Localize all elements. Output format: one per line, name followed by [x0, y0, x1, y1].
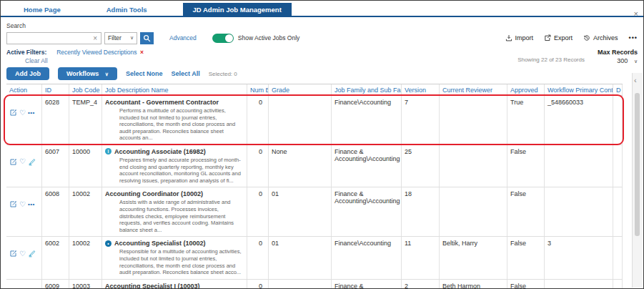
job-description: Performs a multitude of accounting activ…: [119, 107, 244, 142]
close-icon[interactable]: ×: [634, 10, 638, 18]
filter-dropdown[interactable]: Filter ∨: [104, 32, 137, 44]
job-family: Finance & Accounting\Accounting: [332, 280, 402, 289]
import-button[interactable]: Import: [505, 34, 534, 41]
num-ees: 0: [247, 237, 269, 278]
tab-admin-tools[interactable]: Admin Tools: [96, 3, 157, 16]
workflow-primary-contact: [545, 187, 613, 236]
table-row[interactable]: ♡ 6002 10002 • Accounting Specialist (10…: [6, 237, 623, 279]
version: 25: [402, 145, 440, 187]
current-reviewer: [440, 145, 507, 187]
table-actions-bar: Add Job Workflows ∨ Select None Select A…: [6, 67, 638, 80]
workflow-primary-contact: 3: [545, 237, 613, 278]
vertical-scrollbar[interactable]: [635, 93, 640, 236]
col-approved[interactable]: Approved: [507, 84, 545, 95]
workflow-pen-icon[interactable]: [28, 250, 36, 258]
filter-chip[interactable]: Recently Viewed Descriptions ×: [56, 49, 144, 56]
job-name[interactable]: i Accounting Associate (16982): [105, 148, 244, 155]
job-name[interactable]: Accountant - Government Contractor: [105, 99, 244, 106]
import-label: Import: [515, 34, 534, 41]
archives-label: Archives: [593, 34, 618, 41]
version: 2: [402, 280, 440, 289]
col-num-ees[interactable]: Num EEs: [247, 84, 269, 95]
max-records-dropdown[interactable]: 300 ∨: [617, 57, 638, 64]
workflow-primary-contact: [545, 280, 613, 289]
chevron-down-icon: ∨: [105, 72, 109, 77]
collapse-panel-chevron-icon[interactable]: ‹: [634, 76, 637, 84]
col-id[interactable]: ID: [42, 84, 69, 95]
num-ees: 0: [247, 187, 269, 236]
table-header: Action ID Job Code Job Description Name …: [6, 84, 623, 96]
grade: [269, 96, 332, 144]
grade: 01: [269, 237, 332, 278]
edit-icon[interactable]: [9, 200, 17, 208]
archives-history-icon: [583, 34, 590, 41]
more-options-icon[interactable]: •••: [629, 34, 638, 41]
search-controls: × Filter ∨ Advanced Show Active Jobs Onl…: [6, 31, 638, 45]
more-actions-icon[interactable]: •••: [28, 109, 35, 116]
job-id: 6002: [42, 237, 69, 278]
col-grade[interactable]: Grade: [269, 84, 332, 95]
edit-icon[interactable]: [9, 158, 17, 166]
approved: False: [507, 187, 545, 236]
tab-home-page[interactable]: Home Page: [14, 3, 71, 16]
favorite-heart-icon[interactable]: ♡: [19, 109, 26, 117]
job-name[interactable]: Accounting Coordinator (10002): [105, 190, 244, 197]
add-job-button[interactable]: Add Job: [6, 67, 49, 80]
advanced-link[interactable]: Advanced: [169, 34, 197, 41]
col-job-description-name[interactable]: Job Description Name: [102, 84, 247, 95]
history-status-icon: •: [105, 240, 112, 247]
filter-chip-label: Recently Viewed Descriptions: [56, 49, 137, 56]
grade: [269, 280, 332, 289]
current-reviewer: Beth Harmon: [440, 280, 507, 289]
more-actions-icon[interactable]: •••: [28, 201, 35, 207]
col-job-code[interactable]: Job Code: [69, 84, 102, 95]
col-workflow-primary-contact[interactable]: Workflow Primary Contact: [545, 84, 613, 95]
version: 7: [402, 96, 440, 144]
job-id: 6007: [42, 145, 69, 187]
job-name[interactable]: • Accounting Specialist (10002): [105, 240, 244, 247]
job-description: Assists with a wide range of administrat…: [119, 199, 244, 233]
col-job-family[interactable]: Job Family and Sub Family: [332, 84, 402, 95]
search-button[interactable]: [140, 32, 154, 44]
edit-icon[interactable]: [9, 109, 17, 117]
edit-icon[interactable]: [9, 250, 17, 258]
job-name[interactable]: Accounting Specialist I (10003): [105, 283, 244, 289]
max-records-label: Max Records: [598, 49, 638, 56]
remove-filter-icon[interactable]: ×: [140, 49, 144, 56]
job-family: Finance & Accounting\Accounting: [332, 187, 402, 236]
num-ees: 0: [247, 145, 269, 187]
clear-search-icon[interactable]: ×: [92, 34, 98, 42]
job-code: 10000: [69, 145, 102, 187]
favorite-heart-icon[interactable]: ♡: [19, 201, 26, 208]
show-active-jobs-toggle[interactable]: [212, 34, 234, 43]
active-filters-row: Active Filters: Recently Viewed Descript…: [6, 49, 638, 64]
job-code: TEMP_4: [69, 96, 102, 144]
job-family: Finance & Accounting\Accounting: [332, 145, 402, 187]
archives-button[interactable]: Archives: [583, 34, 618, 41]
table-row[interactable]: ♡ ••• 6028 TEMP_4 Accountant - Governmen…: [6, 96, 623, 145]
job-description: Prepares timely and accurate processing …: [119, 157, 244, 184]
favorite-heart-icon[interactable]: ♡: [19, 158, 26, 165]
workflows-button[interactable]: Workflows ∨: [58, 67, 117, 80]
clear-all-link[interactable]: Clear All: [25, 57, 144, 64]
col-current-reviewer[interactable]: Current Reviewer: [440, 84, 507, 95]
col-version[interactable]: Version: [402, 84, 440, 95]
tab-jd-admin-job-management[interactable]: JD Admin Job Management: [183, 3, 292, 16]
workflow-primary-contact: _548660033: [545, 96, 613, 144]
col-action[interactable]: Action: [6, 84, 42, 95]
table-row[interactable]: ♡ ••• 6009 10003 Accounting Specialist I…: [6, 280, 623, 289]
select-all-link[interactable]: Select All: [172, 70, 200, 77]
num-ees: 0: [247, 96, 269, 144]
select-none-link[interactable]: Select None: [126, 70, 163, 77]
search-box: ×: [6, 32, 101, 44]
col-truncated[interactable]: D: [613, 84, 623, 95]
workflow-pen-icon[interactable]: [28, 158, 36, 166]
export-button[interactable]: Export: [544, 34, 573, 41]
table-row[interactable]: ♡ 6007 10000 i Accounting Associate (169…: [6, 145, 623, 187]
job-id: 6008: [42, 187, 69, 236]
search-input[interactable]: [10, 34, 92, 42]
table-body: ♡ ••• 6028 TEMP_4 Accountant - Governmen…: [6, 96, 623, 289]
favorite-heart-icon[interactable]: ♡: [19, 250, 26, 258]
table-row[interactable]: ♡ ••• 6008 10002 Accounting Coordinator …: [6, 187, 623, 237]
approved: True: [507, 96, 545, 144]
